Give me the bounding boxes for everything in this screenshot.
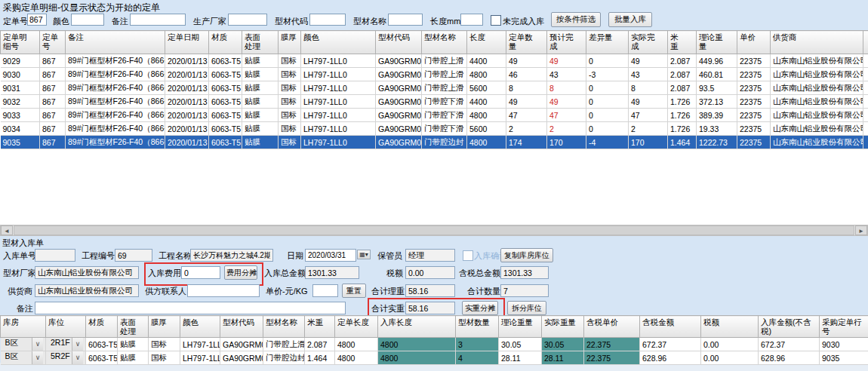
column-header-warehouse[interactable]: 库房 [1,316,46,338]
horizontal-scrollbar[interactable]: ◄ ► [0,225,868,236]
column-header-material[interactable]: 材质 [209,31,242,54]
inbound-section-title: 型材入库单 [2,238,44,249]
scrollbar-thumb[interactable] [14,225,854,235]
column-header-in_len[interactable]: 入库长度 [378,316,456,338]
supplier-field[interactable] [35,284,139,297]
table-row[interactable]: 903386789#门框型材F26-F40（866+867）2020/01/13… [1,109,868,122]
table-row[interactable]: ∨B区∨5R2F6063-T5贴膜国标LH797-1LL0GA90GRM05门带… [1,351,868,365]
column-header-tax[interactable]: 税额 [701,316,759,338]
column-header-expected[interactable]: 预计完 成 [547,31,586,54]
total-actual-weight-field[interactable] [405,302,455,314]
column-header-actual[interactable]: 实际完 成 [629,31,668,54]
fee-allocation-button[interactable]: 费用分摊 [224,265,257,280]
column-header-qty[interactable]: 定单数 量 [506,31,547,54]
cell-note: 89#门框型材F26-F40（866+867） [66,109,165,122]
column-header-material[interactable]: 材质 [86,316,118,338]
total-with-tax-field[interactable] [500,266,549,279]
scroll-left-icon[interactable]: ◄ [1,225,13,235]
scroll-right-icon[interactable]: ► [855,225,867,235]
dropdown-chevron-icon[interactable]: ∨ [32,351,43,364]
reset-button[interactable]: 重置 [342,284,366,298]
split-location-button[interactable]: 拆分库位 [507,301,546,315]
column-header-price[interactable]: 含税单价 [584,316,640,338]
column-header-film[interactable]: 膜厚 [279,31,301,54]
column-header-film[interactable]: 膜厚 [149,316,180,338]
column-header-price[interactable]: 单价 [737,31,771,54]
filter-order-no-input[interactable] [27,14,47,26]
column-header-position[interactable]: 库位 [46,316,86,338]
factory-field[interactable] [35,266,139,279]
column-header-order_len[interactable]: 定单长度 [335,316,378,338]
column-header-name[interactable]: 型材名称 [422,31,467,54]
receipt-no-field[interactable] [35,249,75,262]
column-header-tweight[interactable]: 理论重 量 [697,31,737,54]
column-header-code[interactable]: 型材代码 [376,31,422,54]
column-header-surface[interactable]: 表面 处理 [118,316,149,338]
dropdown-chevron-icon[interactable]: ∨ [72,351,83,364]
column-header-_sliver[interactable] [863,31,868,54]
calendar-dropdown-icon[interactable]: ▦▾ [357,250,371,259]
column-header-tweight[interactable]: 理论重量 [499,316,542,338]
total-amount-label: 入库总金额 [264,268,306,279]
table-row[interactable]: ∨B区∨2R1F6063-T5贴膜国标LH797-1LL0GA90GRM03门带… [1,338,868,351]
column-header-length[interactable]: 长度 [467,31,506,54]
project-no-label: 工程编号 [82,250,115,262]
filter-manufacturer-input[interactable] [228,14,267,26]
filter-length-input[interactable] [460,14,483,26]
project-no-field[interactable] [115,249,152,262]
column-header-mweight[interactable]: 米重 [305,316,335,338]
filter-profile-name-input[interactable] [388,14,423,26]
remark-field[interactable] [35,302,346,314]
inbound-fee-field[interactable] [181,266,220,279]
cell-date: 2020/01/13 [165,81,209,95]
column-header-aweight[interactable]: 实际重量 [542,316,584,338]
column-header-surface[interactable]: 表面 处理 [242,31,279,54]
keeper-field[interactable] [405,249,455,262]
date-field[interactable] [305,249,356,262]
cell-length: 5600 [467,122,506,136]
column-header-supplier[interactable]: 供货商 [771,31,863,54]
unfinished-checkbox[interactable] [491,15,501,26]
supplier-contact-field[interactable] [187,284,260,297]
tax-field[interactable] [405,266,455,279]
total-amount-field[interactable] [305,266,359,279]
filter-note-input[interactable] [130,14,186,26]
batch-inbound-button[interactable]: 批量入库 [608,12,652,27]
actual-weight-allocation-button[interactable]: 实重分摊 [462,301,498,315]
column-header-id[interactable]: 定单明 细号 [1,31,40,54]
column-header-note[interactable]: 备注 [66,31,165,54]
filter-profile-code-input[interactable] [309,14,346,26]
table-row[interactable]: 903086789#门框型材F26-F40（866+867）2020/01/13… [1,68,868,81]
cell-_sliver [863,54,868,68]
project-name-field[interactable] [190,249,273,262]
total-qty-field[interactable] [500,284,549,297]
dropdown-chevron-icon[interactable]: ∨ [32,338,43,351]
cell-warehouse: ∨B区 [1,351,46,365]
table-row[interactable]: 902986789#门框型材F26-F40（866+867）2020/01/13… [1,54,868,68]
unit-price-field[interactable] [312,284,338,297]
table-row[interactable]: 903486789#门框型材F26-F40（866+867）2020/01/13… [1,122,868,136]
total-theory-weight-field[interactable] [405,284,455,297]
column-header-color[interactable]: 颜色 [301,31,376,54]
column-header-code[interactable]: 型材代码 [220,316,263,338]
table-row[interactable]: 903286789#门框型材F26-F40（866+867）2020/01/13… [1,95,868,109]
column-header-line[interactable]: 采购定单行号 [820,316,868,338]
table-row[interactable]: 903186789#门框型材F26-F40（866+867）2020/01/13… [1,81,868,95]
column-header-mweight[interactable]: 米 重 [668,31,697,54]
inbound-fee-label: 入库费用 [148,268,181,279]
column-header-qty[interactable]: 型材数量 [456,316,499,338]
column-header-order[interactable]: 定单 号 [40,31,66,54]
column-header-amount[interactable]: 含税金额 [640,316,701,338]
column-header-diff[interactable]: 差异量 [586,31,629,54]
column-header-color[interactable]: 颜色 [180,316,220,338]
filter-by-condition-button[interactable]: 按条件筛选 [551,12,601,27]
copy-warehouse-location-button[interactable]: 复制库房库位 [500,248,553,262]
column-header-name[interactable]: 型材名称 [263,316,305,338]
table-row[interactable]: 903586789#门框型材F26-F40（866+867）2020/01/13… [1,136,868,149]
inbound-confirm-checkbox[interactable] [463,250,473,261]
column-header-date[interactable]: 定单日期 [165,31,209,54]
cell-surface: 贴膜 [118,351,149,365]
filter-color-input[interactable] [71,14,104,26]
column-header-net[interactable]: 入库金额(不含税) [759,316,820,338]
dropdown-chevron-icon[interactable]: ∨ [72,338,83,351]
